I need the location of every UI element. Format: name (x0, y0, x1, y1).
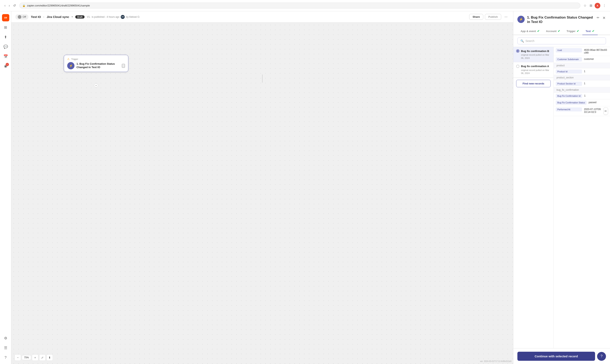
record-a-radio (516, 65, 519, 68)
workflow-title: Test IO (31, 15, 41, 19)
edit-pencil-button[interactable]: ✏ (604, 107, 608, 115)
arrow-separator: › (43, 15, 44, 18)
tab-account[interactable]: Account ✔ (543, 27, 563, 35)
main-content: Off Test IO › Jira Cloud sync ▾ Draft V1… (11, 11, 610, 364)
url-text: zapier.com/editor/229965041/draft/229965… (27, 4, 90, 7)
zoom-out-button[interactable]: − (14, 354, 21, 361)
extensions-button[interactable]: ⊞ (589, 3, 593, 8)
tab-app-event-check: ✔ (537, 29, 540, 33)
header-bar: Off Test IO › Jira Cloud sync ▾ Draft V1… (11, 11, 513, 23)
sidebar-item-help[interactable]: ? (2, 353, 10, 362)
search-container: 🔍 (513, 35, 610, 47)
panel-close-button[interactable]: ✕ (602, 15, 606, 21)
tab-test-label: Test (586, 30, 591, 33)
data-section-product-section: product_section (554, 75, 610, 80)
panel-body: 🔍 Bug fix confirmation B (513, 35, 610, 348)
record-b-subtitle: original record pulled on Mar 06, 2024 (516, 53, 551, 60)
canvas-column: Off Test IO › Jira Cloud sync ▾ Draft V1… (11, 11, 513, 364)
records-list: Bug fix confirmation B original record p… (513, 47, 554, 348)
chevron-down-icon[interactable]: ▾ (72, 15, 73, 18)
record-a-subtitle: original record pulled on Mar 06, 2024 (516, 69, 551, 75)
fullscreen-button[interactable]: ⤢ (39, 354, 46, 361)
forward-button[interactable]: › (7, 3, 11, 8)
add-step-button[interactable]: + (94, 83, 98, 88)
tab-account-label: Account (546, 30, 556, 33)
sidebar-item-list[interactable]: ☰ (2, 344, 10, 352)
sidebar-item-grid[interactable]: ⊞ (2, 23, 10, 31)
search-input[interactable] (526, 39, 603, 42)
panel-title: 1. Bug Fix Confirmation Status Changed i… (527, 15, 594, 24)
sidebar-item-settings[interactable]: ⚙ (2, 334, 10, 342)
tab-test[interactable]: Test ✔ (582, 27, 598, 35)
tab-trigger[interactable]: Trigger ✔ (563, 27, 582, 35)
panel-trigger-icon: ⚡ (517, 16, 525, 23)
warning-icon: ⚠ (67, 57, 69, 61)
panel-header: ⚡ 1. Bug Fix Confirmation Status Changed… (513, 11, 610, 24)
sidebar-item-calendar[interactable]: 📅 (2, 52, 10, 61)
sidebar-item-upload[interactable]: ⬆ (2, 33, 10, 41)
data-key-product-id: Product Id (556, 69, 582, 74)
data-key-performed-at: Performed At (556, 107, 582, 112)
tab-app-event-label: App & event (521, 30, 536, 33)
sidebar-item-chat[interactable]: 💬 (2, 43, 10, 51)
tab-account-check: ✔ (558, 29, 560, 33)
left-sidebar: Off ⊞ ⬆ 💬 📅 ◉ 1 ⚙ ☰ ? (0, 11, 11, 364)
settings-icon: ⚙ (4, 336, 7, 340)
bookmark-button[interactable]: ☆ (583, 3, 587, 8)
publish-button[interactable]: Publish (485, 14, 501, 20)
help-button[interactable]: ? (597, 352, 606, 361)
header-right: Share Publish ··· (469, 14, 509, 20)
data-row-customer-subdomain: Customer Subdomain customer (554, 56, 610, 63)
trigger-more-button[interactable]: ··· (122, 64, 125, 68)
tab-trigger-label: Trigger (567, 30, 575, 33)
app-layout: Off ⊞ ⬆ 💬 📅 ◉ 1 ⚙ ☰ ? (0, 11, 610, 364)
url-bar[interactable]: 🔒 zapier.com/editor/229965041/draft/2299… (19, 3, 580, 9)
record-item-b[interactable]: Bug fix confirmation B original record p… (513, 47, 554, 62)
record-a-header: Bug fix confirmation A (516, 65, 551, 68)
find-records-button[interactable]: Find new records (516, 80, 551, 87)
zoom-in-button[interactable]: + (32, 354, 38, 361)
sidebar-item-zapier-logo[interactable]: Off (2, 14, 10, 22)
record-item-a[interactable]: Bug fix confirmation A original record p… (513, 62, 554, 78)
data-section-bug-fix: bug_fix_confirmation (554, 87, 610, 93)
upload-icon: ⬆ (4, 35, 7, 39)
workflow-subtitle: Jira Cloud sync (47, 15, 69, 19)
trigger-title: 1. Bug Fix Confirmation Status Changed i… (76, 62, 120, 69)
data-key-bug-fix-id: Bug Fix Confirmation Id (556, 94, 582, 98)
data-row-uuid: Uuid 4630-86ae-9672bc83c9f9 (554, 47, 610, 56)
trigger-content: ⚡ 1. Bug Fix Confirmation Status Changed… (67, 62, 125, 69)
data-val-uuid: 4630-86ae-9672bc83c9f9 (583, 48, 608, 55)
data-key-bug-fix-status: Bug Fix Confirmation Status (556, 101, 587, 105)
download-button[interactable]: ⬇ (46, 354, 53, 361)
record-b-header: Bug fix confirmation B (516, 49, 551, 52)
canvas-area[interactable]: ⚠ Trigger ⚡ 1. Bug Fix Confirmation Stat… (11, 23, 513, 364)
data-row-product-id: Product Id 1 (554, 68, 610, 75)
tab-app-event[interactable]: App & event ✔ (517, 27, 543, 35)
continue-button[interactable]: Continue with selected record (517, 352, 595, 361)
data-val-product-section-id: 1 (583, 82, 586, 85)
data-section-product: product (554, 63, 610, 68)
user-avatar: A (595, 3, 600, 9)
search-icon: 🔍 (520, 39, 524, 42)
more-options-button[interactable]: ··· (503, 14, 509, 20)
canvas-controls: − 75% + ⤢ ⬇ (14, 354, 53, 361)
browser-menu-button[interactable]: ⋮ (602, 3, 607, 8)
panel-icon-symbol: ⚡ (519, 17, 523, 21)
sidebar-item-activity[interactable]: ◉ 1 (2, 62, 10, 70)
data-val-performed-at: 2020-07-13T09:33:14+02:0 (583, 107, 602, 114)
panel-edit-button[interactable]: ✏ (596, 15, 600, 20)
data-row-bug-fix-status: Bug Fix Confirmation Status passed (554, 99, 610, 106)
data-val-bug-fix-id: 1 (583, 94, 586, 98)
data-val-product-id: 1 (583, 69, 586, 73)
activity-badge: 1 (6, 63, 9, 66)
off-toggle[interactable]: Off (15, 14, 28, 20)
browser-topbar-right: ☆ ⊞ A ⋮ (583, 3, 607, 9)
back-button[interactable]: ‹ (3, 3, 7, 8)
trigger-icon: ⚡ (67, 62, 74, 69)
data-key-product-section-id: Product Section Id (556, 82, 582, 86)
data-key-uuid: Uuid (556, 48, 582, 52)
version-info: V1. is published - 4 hours ago AO by Ale… (87, 15, 140, 19)
record-b-radio (516, 49, 519, 52)
share-button[interactable]: Share (469, 14, 483, 20)
refresh-button[interactable]: ↺ (12, 3, 17, 8)
